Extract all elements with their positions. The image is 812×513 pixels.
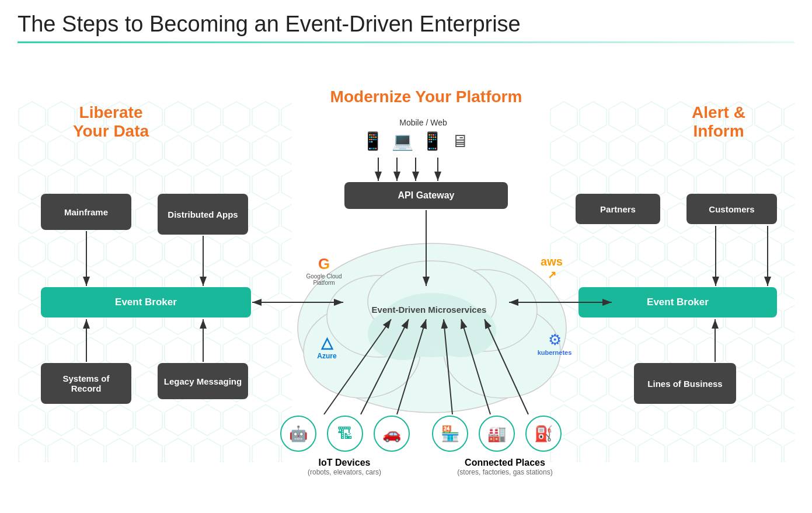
monitor-icon: 🖥 bbox=[451, 131, 469, 151]
cloud-area: G Google Cloud Platform aws ↗ △ Azure ⚙ … bbox=[269, 200, 595, 421]
mainframe-box: Mainframe bbox=[41, 194, 131, 230]
tablet-icon: 📱 bbox=[421, 131, 443, 151]
iot-label: IoT Devices (robots, elevators, cars) bbox=[277, 458, 412, 476]
connected-icons: 🏪 🏭 ⛽ bbox=[432, 416, 562, 452]
connected-label: Connected Places (stores, factories, gas… bbox=[426, 458, 584, 476]
modernize-heading: Modernize Your Platform bbox=[239, 88, 613, 106]
svg-rect-1 bbox=[18, 100, 292, 462]
google-cloud-label: G Google Cloud Platform bbox=[298, 255, 350, 286]
page-title: The Steps to Becoming an Event-Driven En… bbox=[18, 12, 794, 37]
customers-box: Customers bbox=[686, 194, 777, 224]
aws-label: aws ↗ bbox=[531, 255, 572, 281]
factory-icon: 🏭 bbox=[479, 416, 515, 452]
event-broker-right: Event Broker bbox=[578, 287, 777, 317]
robot-icon: 🤖 bbox=[280, 416, 316, 452]
phone-icon: 📱 bbox=[362, 131, 384, 151]
mobile-icons: 📱 💻 📱 🖥 bbox=[362, 131, 469, 151]
iot-icons: 🤖 🏗 🚗 bbox=[280, 416, 410, 452]
event-driven-label: Event-Driven Microservices bbox=[362, 305, 496, 315]
elevator-icon: 🏗 bbox=[327, 416, 363, 452]
kubernetes-label: ⚙ kubernetes bbox=[531, 331, 578, 356]
distributed-apps-box: Distributed Apps bbox=[158, 194, 248, 235]
event-broker-left: Event Broker bbox=[41, 287, 251, 317]
store-icon: 🏪 bbox=[432, 416, 468, 452]
alert-heading: Alert &Inform bbox=[660, 103, 777, 141]
mobile-web-label: Mobile / Web bbox=[365, 118, 482, 127]
laptop-icon: 💻 bbox=[392, 131, 413, 151]
gas-station-icon: ⛽ bbox=[525, 416, 562, 452]
azure-label: △ Azure bbox=[304, 334, 350, 360]
systems-of-record-box: Systems of Record bbox=[41, 363, 131, 404]
car-icon: 🚗 bbox=[374, 416, 410, 452]
lines-of-business-box: Lines of Business bbox=[634, 363, 736, 404]
title-underline bbox=[18, 41, 794, 43]
legacy-messaging-box: Legacy Messaging bbox=[158, 363, 248, 399]
diagram: LiberateYour Data Alert &Inform Moderniz… bbox=[18, 54, 794, 497]
hex-bg-left bbox=[18, 100, 292, 462]
liberate-heading: LiberateYour Data bbox=[41, 103, 181, 141]
